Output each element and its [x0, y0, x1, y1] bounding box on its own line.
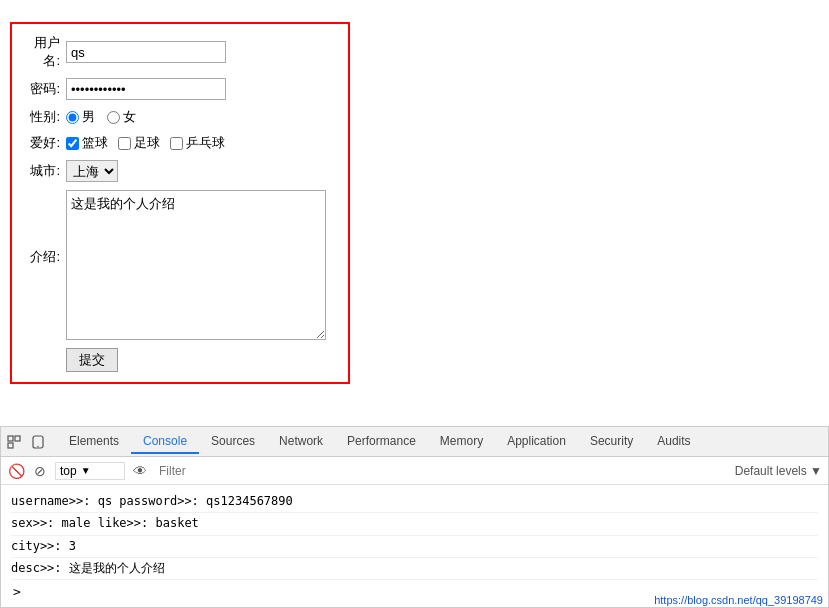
url-bar: https://blog.csdn.net/qq_39198749: [654, 594, 823, 606]
password-row: 密码:: [22, 78, 332, 100]
svg-rect-1: [15, 436, 20, 441]
clear-console-icon[interactable]: 🚫: [7, 462, 25, 480]
gender-group: 男 女: [66, 108, 136, 126]
hobby-soccer-label[interactable]: 足球: [118, 134, 160, 152]
hobby-label: 爱好:: [22, 134, 60, 152]
filter-icon[interactable]: ⊘: [31, 462, 49, 480]
devtools-toolbar: 🚫 ⊘ top ▼ 👁 Default levels ▼: [1, 457, 828, 485]
tab-network[interactable]: Network: [267, 430, 335, 454]
gender-female-radio[interactable]: [107, 111, 120, 124]
username-input[interactable]: [66, 41, 226, 63]
gender-label: 性别:: [22, 108, 60, 126]
submit-row: 提交: [22, 348, 332, 372]
intro-row: 介绍: 这是我的个人介绍: [22, 190, 332, 340]
default-levels-dropdown[interactable]: Default levels ▼: [735, 464, 822, 478]
console-line-1: username>>: qs password>>: qs1234567890: [11, 491, 818, 513]
console-filter-input[interactable]: [155, 462, 729, 480]
intro-label: 介绍:: [22, 190, 60, 320]
context-dropdown-icon: ▼: [81, 465, 91, 476]
password-label: 密码:: [22, 80, 60, 98]
console-line-3: city>>: 3: [11, 536, 818, 558]
hobby-basketball-label[interactable]: 篮球: [66, 134, 108, 152]
tab-performance[interactable]: Performance: [335, 430, 428, 454]
tab-sources[interactable]: Sources: [199, 430, 267, 454]
console-caret: >: [13, 584, 21, 599]
password-input[interactable]: [66, 78, 226, 100]
tab-audits[interactable]: Audits: [645, 430, 702, 454]
devtools-tabs-bar: Elements Console Sources Network Perform…: [1, 427, 828, 457]
intro-textarea[interactable]: 这是我的个人介绍: [66, 190, 326, 340]
username-row: 用户名:: [22, 34, 332, 70]
hobby-tabletennis-checkbox[interactable]: [170, 137, 183, 150]
tab-memory[interactable]: Memory: [428, 430, 495, 454]
gender-female-label[interactable]: 女: [107, 108, 136, 126]
eye-icon[interactable]: 👁: [131, 462, 149, 480]
devtools-icon-group: [5, 433, 47, 451]
console-line-4: desc>>: 这是我的个人介绍: [11, 558, 818, 580]
hobby-tabletennis-label[interactable]: 乒乓球: [170, 134, 225, 152]
svg-rect-2: [8, 443, 13, 448]
devtools-panel: Elements Console Sources Network Perform…: [0, 426, 829, 608]
gender-row: 性别: 男 女: [22, 108, 332, 126]
submit-button[interactable]: 提交: [66, 348, 118, 372]
mobile-icon[interactable]: [29, 433, 47, 451]
hobby-basketball-checkbox[interactable]: [66, 137, 79, 150]
username-label: 用户名:: [22, 34, 60, 70]
gender-male-radio[interactable]: [66, 111, 79, 124]
hobby-row: 爱好: 篮球 足球 乒乓球: [22, 134, 332, 152]
tab-console[interactable]: Console: [131, 430, 199, 454]
svg-rect-0: [8, 436, 13, 441]
tab-elements[interactable]: Elements: [57, 430, 131, 454]
gender-male-label[interactable]: 男: [66, 108, 95, 126]
tab-security[interactable]: Security: [578, 430, 645, 454]
hobby-soccer-checkbox[interactable]: [118, 137, 131, 150]
svg-point-4: [37, 446, 38, 447]
inspect-icon[interactable]: [5, 433, 23, 451]
form-area: 用户名: 密码: 性别: 男 女 爱好:: [0, 12, 829, 394]
console-output: username>>: qs password>>: qs1234567890 …: [1, 485, 828, 607]
city-select[interactable]: 上海 北京 广州: [66, 160, 118, 182]
hobby-group: 篮球 足球 乒乓球: [66, 134, 225, 152]
form-container: 用户名: 密码: 性别: 男 女 爱好:: [10, 22, 350, 384]
city-label: 城市:: [22, 162, 60, 180]
console-line-2: sex>>: male like>>: basket: [11, 513, 818, 535]
context-select[interactable]: top ▼: [55, 462, 125, 480]
tab-application[interactable]: Application: [495, 430, 578, 454]
city-row: 城市: 上海 北京 广州: [22, 160, 332, 182]
